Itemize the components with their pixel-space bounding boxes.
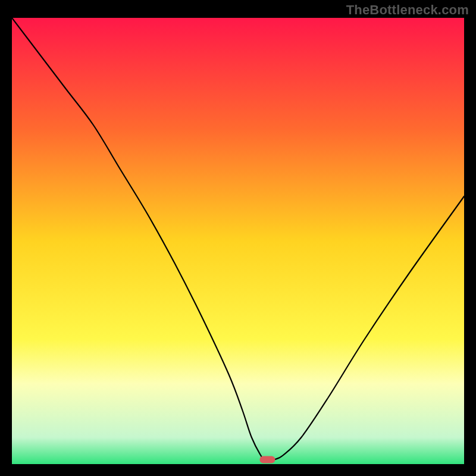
chart-plot-area (12, 18, 464, 464)
chart-svg (12, 18, 464, 464)
attribution-text: TheBottleneck.com (346, 2, 469, 18)
optimum-marker (259, 456, 275, 464)
chart-frame: TheBottleneck.com (0, 0, 476, 476)
